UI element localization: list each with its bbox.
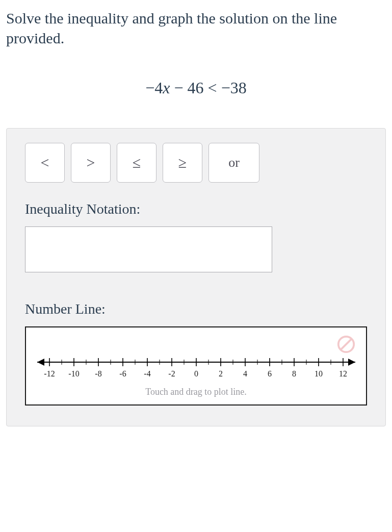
svg-text:2: 2 bbox=[219, 369, 223, 378]
svg-text:-8: -8 bbox=[95, 369, 101, 378]
or-button[interactable]: or bbox=[208, 143, 259, 183]
svg-marker-4 bbox=[348, 359, 355, 366]
clear-icon[interactable] bbox=[336, 335, 356, 354]
svg-line-1 bbox=[341, 339, 352, 350]
inequality-equation: −4x − 46 < −38 bbox=[6, 79, 386, 97]
number-line-label: Number Line: bbox=[25, 301, 367, 317]
operator-row: < > ≤ ≥ or bbox=[25, 143, 367, 183]
number-line-axis[interactable]: -12-10-8-6-4-2024681012 bbox=[28, 351, 364, 382]
problem-prompt: Solve the inequality and graph the solut… bbox=[6, 8, 386, 48]
answer-panel: < > ≤ ≥ or Inequality Notation: Number L… bbox=[6, 128, 386, 426]
svg-text:12: 12 bbox=[339, 369, 347, 378]
number-line-caption: Touch and drag to plot line. bbox=[26, 387, 366, 397]
svg-text:8: 8 bbox=[292, 369, 296, 378]
le-button[interactable]: ≤ bbox=[117, 143, 156, 183]
lt-button[interactable]: < bbox=[25, 143, 65, 183]
rhs: −38 bbox=[221, 79, 247, 97]
svg-text:-6: -6 bbox=[119, 369, 126, 378]
gt-button[interactable]: > bbox=[71, 143, 111, 183]
lhs-coef: −4 bbox=[145, 79, 163, 97]
relation: < bbox=[204, 79, 221, 97]
svg-text:-12: -12 bbox=[44, 369, 55, 378]
svg-text:-4: -4 bbox=[144, 369, 150, 378]
inequality-answer-input[interactable] bbox=[25, 226, 272, 272]
svg-marker-3 bbox=[37, 359, 44, 366]
ge-button[interactable]: ≥ bbox=[163, 143, 202, 183]
svg-text:-10: -10 bbox=[68, 369, 79, 378]
number-line-box[interactable]: -12-10-8-6-4-2024681012 Touch and drag t… bbox=[25, 326, 367, 406]
svg-text:4: 4 bbox=[243, 369, 247, 378]
svg-text:10: 10 bbox=[315, 369, 323, 378]
svg-text:-2: -2 bbox=[168, 369, 175, 378]
lhs-const: − 46 bbox=[170, 79, 204, 97]
svg-text:6: 6 bbox=[268, 369, 272, 378]
lhs-var: x bbox=[163, 79, 170, 97]
inequality-notation-label: Inequality Notation: bbox=[25, 201, 367, 217]
svg-text:0: 0 bbox=[194, 369, 198, 378]
